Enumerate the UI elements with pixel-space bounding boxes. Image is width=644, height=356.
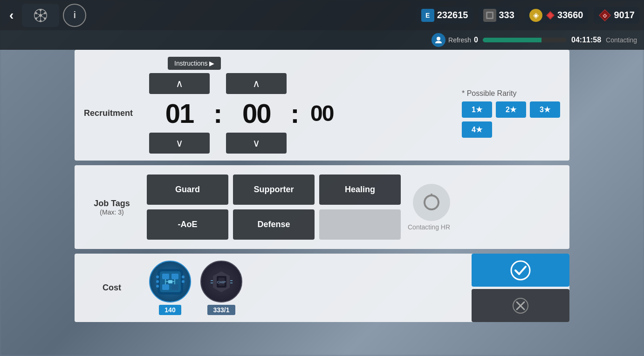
svg-line-12 <box>36 15 41 19</box>
refresh-count: 0 <box>474 36 478 44</box>
minutes-control: ∧ 00 ∨ <box>226 73 287 154</box>
svg-rect-25 <box>162 274 169 279</box>
svg-point-21 <box>437 37 440 40</box>
main-content: Instructions ▶ Recruitment ∧ 01 ∨ : ∧ 00… <box>75 50 569 347</box>
top-bar-right: E 232615 333 ◈ 33660 <box>417 7 639 24</box>
cancel-x-icon <box>511 296 530 315</box>
time-colon-1: : <box>213 98 222 129</box>
minutes-up-button[interactable]: ∧ <box>226 73 287 94</box>
rarity-section: * Possible Rarity 1★ 2★ 3★ 4★ <box>462 89 560 138</box>
cancel-button[interactable] <box>472 289 569 322</box>
svg-rect-15 <box>487 13 492 18</box>
rarity-title: * Possible Rarity <box>462 89 516 98</box>
cost-panel: Cost <box>75 254 569 322</box>
svg-point-33 <box>156 275 159 278</box>
recruitment-panel: Instructions ▶ Recruitment ∧ 01 ∨ : ∧ 00… <box>75 50 569 161</box>
info-button[interactable]: i <box>63 4 86 27</box>
contacting-hr-label: Contacting HR <box>408 223 450 231</box>
rarity-1-badge[interactable]: 1★ <box>462 101 492 118</box>
minutes-down-button[interactable]: ∨ <box>226 133 287 154</box>
circuit-board-icon <box>155 267 185 297</box>
rarity-3-badge[interactable]: 3★ <box>530 101 560 118</box>
svg-rect-32 <box>168 280 172 283</box>
grey-icon <box>483 9 496 22</box>
circuit-icon <box>149 261 191 302</box>
rarity-4-badge[interactable]: 4★ <box>462 121 492 138</box>
lmd-value: 232615 <box>437 10 468 20</box>
cost-item-chip: CHIP 333/1 <box>200 261 242 315</box>
tag-healing-button[interactable]: Healing <box>319 175 401 205</box>
svg-point-35 <box>156 285 159 288</box>
circuit-badge: 140 <box>159 305 181 315</box>
gold-value: 33660 <box>557 10 583 20</box>
svg-text:◇: ◇ <box>603 13 607 18</box>
recruitment-label: Recruitment <box>84 108 140 118</box>
currency-grey: 333 <box>479 7 519 24</box>
svg-rect-27 <box>162 284 169 290</box>
tag-guard-button[interactable]: Guard <box>147 175 228 205</box>
jobtags-label-container: Job Tags (Max: 3) <box>84 199 140 216</box>
svg-line-10 <box>41 15 45 19</box>
tag-supporter-button[interactable]: Supporter <box>233 175 315 205</box>
lmd-icon: E <box>421 9 434 22</box>
refresh-tags-button[interactable] <box>413 184 450 221</box>
hours-value: 01 <box>161 98 198 129</box>
svg-rect-28 <box>171 284 178 290</box>
jobtags-label: Job Tags <box>84 199 140 208</box>
rarity-row-2: 4★ <box>462 121 492 138</box>
action-buttons <box>472 254 569 322</box>
svg-point-34 <box>156 280 159 283</box>
refresh-avatar-icon <box>432 33 445 47</box>
confirm-checkmark-icon <box>509 259 532 282</box>
hours-up-button[interactable]: ∧ <box>149 73 210 94</box>
refresh-label: Refresh <box>448 36 471 44</box>
currency-gold: ◈ 33660 <box>525 7 588 24</box>
back-button[interactable]: ‹ <box>5 6 18 25</box>
hours-down-button[interactable]: ∨ <box>149 133 210 154</box>
refresh-area: Contacting HR <box>408 184 450 231</box>
tags-grid: Guard Supporter Healing -AoE Defense <box>147 175 401 240</box>
svg-point-37 <box>182 280 185 283</box>
contacting-status: Contacting <box>606 36 637 44</box>
refresh-tags-icon <box>420 191 443 214</box>
seconds-value: 00 <box>303 101 341 126</box>
currency-red: ◇ 9017 <box>594 7 640 24</box>
rarity-2-badge[interactable]: 2★ <box>496 101 526 118</box>
jobtags-panel: Job Tags (Max: 3) Guard Supporter Healin… <box>75 165 569 249</box>
cost-label: Cost <box>84 283 140 293</box>
timer-display: 04:11:58 <box>571 36 601 44</box>
chip-badge: 333/1 <box>207 305 235 315</box>
top-bar-left: ‹ i <box>5 4 86 27</box>
svg-point-47 <box>511 261 530 280</box>
grey-value: 333 <box>499 10 514 20</box>
time-controls: ∧ 01 ∨ : ∧ 00 ∨ : 00 <box>149 73 341 154</box>
svg-point-36 <box>182 275 185 278</box>
chip-icon-svg: CHIP <box>206 267 237 297</box>
svg-text:CHIP: CHIP <box>217 280 226 284</box>
home-button[interactable] <box>22 4 59 27</box>
chip-icon: CHIP <box>200 261 242 302</box>
hours-control: ∧ 01 ∨ <box>149 73 210 154</box>
time-colon-2: : <box>290 98 299 129</box>
currency-lmd: E 232615 <box>417 7 473 24</box>
confirm-button[interactable] <box>472 254 569 287</box>
tag-empty-slot <box>319 209 401 240</box>
rarity-row-1: 1★ 2★ 3★ <box>462 101 560 118</box>
home-icon <box>32 7 49 24</box>
progress-bar-fill <box>483 38 541 42</box>
tag-aoe-button[interactable]: -AoE <box>147 209 228 240</box>
instructions-button[interactable]: Instructions ▶ <box>168 57 221 70</box>
red-currency-icon: ◇ <box>598 9 611 22</box>
progress-bar <box>483 38 567 42</box>
sub-top-bar: Refresh 0 04:11:58 Contacting <box>0 30 644 50</box>
refresh-block: Refresh 0 <box>432 33 478 47</box>
red-diamond-icon <box>545 10 555 20</box>
minutes-value: 00 <box>238 98 275 129</box>
jobtags-sublabel: (Max: 3) <box>84 208 140 216</box>
tag-defense-button[interactable]: Defense <box>233 209 315 240</box>
red-value: 9017 <box>614 10 635 20</box>
cost-item-circuit: 140 <box>149 261 191 315</box>
person-icon <box>434 36 443 44</box>
grey-currency-icon <box>485 11 494 20</box>
top-bar: ‹ i E <box>0 0 644 30</box>
